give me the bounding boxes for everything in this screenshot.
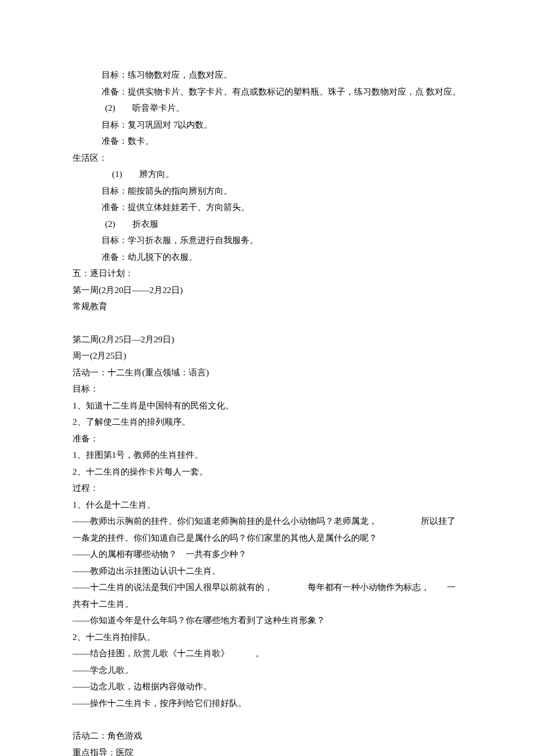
line: 第二周(2月25日—2月29日) [73,331,461,348]
line: (2) 折衣服 [73,216,461,233]
line: ——十二生肖的说法是我们中国人很早以前就有的， 每年都有一种小动物作为标志， 一… [73,579,461,612]
line: 目标：练习物数对应，点数对应。 [73,67,461,84]
line: 常规教育 [73,298,461,315]
line: ——结合挂图，欣赏儿歌《十二生肖歌》 。 [73,645,461,662]
line: ——学念儿歌。 [73,662,461,679]
line: 目标：学习折衣服，乐意进行自我服务。 [73,232,461,249]
line: 活动一：十二生肖(重点领域：语言) [73,364,461,381]
line: 目标：复习巩固对 7以内数。 [73,117,461,133]
line: 准备：数卡。 [73,133,461,150]
line: 1、挂图第1号，教师的生肖挂件。 [73,447,461,464]
line: ——人的属相有哪些动物？ 一共有多少种？ [73,546,461,563]
line: 准备：提供立体娃娃若干、方向箭头。 [73,199,461,216]
line: ——教师出示胸前的挂件。你们知道老师胸前挂的是什么小动物吗？老师属龙， 所以挂了… [73,513,461,546]
line: 活动二：角色游戏 [73,728,461,744]
line: 目标：能按箭头的指向辨别方向。 [73,183,461,200]
line: 目标： [73,381,461,397]
line: 重点指导：医院 [73,744,461,757]
line: 2、十二生肖的操作卡片每人一套。 [73,464,461,480]
line: (1) 辨方向。 [73,166,461,183]
line: 过程： [73,480,461,497]
line: 周一(2月25日) [73,348,461,364]
line: 2、了解使二生肖的排列顺序。 [73,414,461,431]
section-heading: 五：逐日计划： [73,265,461,282]
line: ——你知道今年是什么年吗？你在哪些地方看到了这种生肖形象？ [73,612,461,629]
line: 1、知道十二生肖是中国特有的民俗文化。 [73,397,461,414]
line: (2) 听音举卡片。 [73,100,461,117]
line: 准备：幼儿脱下的衣服。 [73,249,461,266]
line: ——边念儿歌，边根据内容做动作。 [73,678,461,695]
line: 第一周(2月20日――2月22日) [73,282,461,299]
line: 1、什么是十二生肖。 [73,497,461,513]
line: 2、十二生肖拍排队。 [73,629,461,646]
document-page: 目标：练习物数对应，点数对应。 准备：提供实物卡片、数字卡片、有点或数标记的塑料… [0,0,534,756]
line: ——教师边出示挂图边认识十二生肖。 [73,563,461,580]
section-heading: 生活区： [73,150,461,167]
line: 准备：提供实物卡片、数字卡片、有点或数标记的塑料瓶、珠子，练习数物对应，点 数对… [73,84,461,100]
line: 准备： [73,431,461,447]
blank-line [73,711,461,728]
blank-line [73,315,461,331]
line: ——操作十二生肖卡，按序列给它们排好队。 [73,695,461,712]
